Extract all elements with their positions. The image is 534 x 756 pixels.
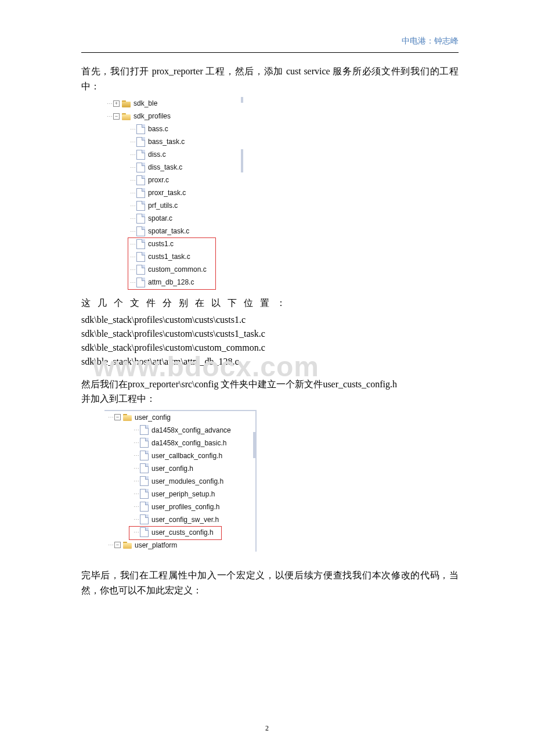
- file-icon: [136, 188, 145, 198]
- paragraph-newfile: 然后我们在prox_reporter\src\config 文件夹中建立一个新文…: [81, 377, 459, 406]
- tree-label: diss.c: [148, 150, 166, 159]
- tree-label: bass_task.c: [148, 138, 185, 146]
- scrollbar[interactable]: [241, 149, 243, 172]
- tree-file[interactable]: ⋯prf_utils.c: [104, 199, 241, 212]
- expand-minus-icon[interactable]: −: [114, 414, 121, 420]
- file-path: sdk\ble_stack\profiles\custom\custs\cust…: [81, 313, 459, 327]
- file-icon: [140, 425, 149, 435]
- project-tree-2: ⋯ − user_config ⋯da1458x_config_advance …: [104, 410, 257, 552]
- tree-label: custs1_task.c: [148, 253, 190, 261]
- tree-file[interactable]: ⋯user_modules_config.h: [104, 475, 255, 488]
- tree-file[interactable]: ⋯spotar.c: [104, 212, 241, 225]
- file-icon: [136, 214, 145, 224]
- file-path: sdk\ble_stack\profiles\custom\custom_com…: [81, 341, 459, 355]
- tree-label: attm_db_128.c: [148, 278, 194, 286]
- tree-file[interactable]: ⋯user_periph_setup.h: [104, 488, 255, 501]
- paragraph-macro: 完毕后，我们在工程属性中加入一个宏定义，以便后续方便查找我们本次修改的代码，当然…: [81, 568, 459, 597]
- tree-label: proxr_task.c: [148, 189, 186, 197]
- tree-file[interactable]: ⋯user_custs_config.h: [104, 526, 255, 539]
- file-icon: [140, 527, 149, 537]
- file-icon: [136, 265, 145, 275]
- file-icon: [140, 489, 149, 499]
- page-number: 2: [0, 724, 534, 733]
- tree-file[interactable]: ⋯bass_task.c: [104, 135, 241, 148]
- tree-label: user_config_sw_ver.h: [151, 516, 219, 524]
- file-icon: [140, 451, 149, 460]
- file-icon: [136, 239, 145, 249]
- tree-label: sdk_profiles: [134, 112, 171, 120]
- tree-folder-sdk-profiles[interactable]: ⋯ − sdk_profiles: [104, 110, 241, 123]
- expand-minus-icon[interactable]: −: [113, 113, 120, 120]
- tree-file[interactable]: ⋯diss_task.c: [104, 161, 241, 174]
- tree-file[interactable]: ⋯diss.c: [104, 148, 241, 161]
- tree-file[interactable]: ⋯attm_db_128.c: [104, 276, 241, 289]
- tree-label: user_periph_setup.h: [151, 490, 215, 498]
- file-icon: [136, 137, 145, 147]
- header-text: 中电港：钟志峰: [402, 36, 459, 46]
- tree-file[interactable]: ⋯proxr.c: [104, 174, 241, 186]
- tree-file[interactable]: ⋯user_config_sw_ver.h: [104, 513, 255, 526]
- tree-label: da1458x_config_basic.h: [151, 439, 226, 447]
- file-icon: [136, 201, 145, 211]
- file-icon: [136, 226, 145, 236]
- tree-label: da1458x_config_advance: [151, 426, 231, 434]
- tree-file[interactable]: ⋯user_callback_config.h: [104, 449, 255, 462]
- tree-label: spotar_task.c: [148, 227, 189, 235]
- file-icon: [136, 252, 145, 262]
- tree-label: user_modules_config.h: [151, 477, 223, 485]
- tree-file[interactable]: ⋯custs1.c: [104, 237, 241, 250]
- tree-file[interactable]: ⋯user_config.h: [104, 462, 255, 475]
- file-icon: [140, 476, 149, 486]
- file-icon: [136, 124, 145, 134]
- tree-file[interactable]: ⋯custs1_task.c: [104, 250, 241, 263]
- tree-folder-user-config[interactable]: ⋯ − user_config: [104, 411, 255, 424]
- file-icon: [140, 514, 149, 524]
- paragraph-locations: 这 几 个 文 件 分 别 在 以 下 位 置 ：: [81, 296, 459, 311]
- file-icon: [136, 175, 145, 185]
- header-divider: [81, 52, 459, 53]
- tree-folder-sdk-ble[interactable]: ⋯ + sdk_ble: [104, 97, 241, 110]
- tree-label: user_config.h: [151, 465, 193, 473]
- tree-file[interactable]: ⋯spotar_task.c: [104, 225, 241, 237]
- paragraph-intro: 首先，我们打开 prox_reporter 工程，然后，添加 cust serv…: [81, 64, 459, 93]
- file-path: sdk\ble_stack\host\att\attm\attm_db_128.…: [81, 355, 459, 369]
- tree-label: custs1.c: [148, 240, 174, 248]
- folder-open-icon: [122, 113, 131, 120]
- tree-label: proxr.c: [148, 176, 169, 184]
- tree-file[interactable]: ⋯custom_common.c: [104, 263, 241, 276]
- tree-label: sdk_ble: [134, 99, 157, 107]
- folder-open-icon: [123, 541, 132, 549]
- project-tree-1: ⋯ + sdk_ble ⋯ − sdk_profiles ⋯bass.c ⋯ba…: [104, 97, 241, 289]
- file-icon: [136, 163, 145, 172]
- tree-label: spotar.c: [148, 214, 172, 222]
- file-icon: [136, 278, 145, 287]
- file-icon: [136, 150, 145, 160]
- file-icon: [140, 463, 149, 473]
- tree-label: user_platform: [135, 541, 177, 549]
- tree-label: user_custs_config.h: [151, 528, 214, 537]
- tree-label: user_callback_config.h: [151, 452, 222, 460]
- tree-file[interactable]: ⋯da1458x_config_basic.h: [104, 437, 255, 449]
- scrollbar[interactable]: [241, 97, 243, 103]
- tree-label: user_config: [135, 413, 171, 422]
- tree-label: custom_common.c: [148, 265, 207, 273]
- tree-folder-user-platform[interactable]: ⋯ − user_platform: [104, 539, 255, 552]
- folder-open-icon: [123, 413, 132, 421]
- tree-label: user_profiles_config.h: [151, 503, 219, 511]
- file-icon: [140, 502, 149, 512]
- tree-file[interactable]: ⋯user_profiles_config.h: [104, 501, 255, 513]
- tree-file[interactable]: ⋯proxr_task.c: [104, 186, 241, 199]
- file-path: sdk\ble_stack\profiles\custom\custs\cust…: [81, 327, 459, 341]
- tree-label: prf_utils.c: [148, 201, 178, 210]
- expand-minus-icon[interactable]: −: [114, 542, 121, 548]
- file-icon: [140, 438, 149, 448]
- expand-plus-icon[interactable]: +: [113, 100, 120, 107]
- folder-closed-icon: [122, 100, 131, 107]
- tree-label: bass.c: [148, 125, 168, 133]
- tree-file[interactable]: ⋯bass.c: [104, 123, 241, 135]
- tree-file[interactable]: ⋯da1458x_config_advance: [104, 424, 255, 437]
- tree-label: diss_task.c: [148, 163, 182, 171]
